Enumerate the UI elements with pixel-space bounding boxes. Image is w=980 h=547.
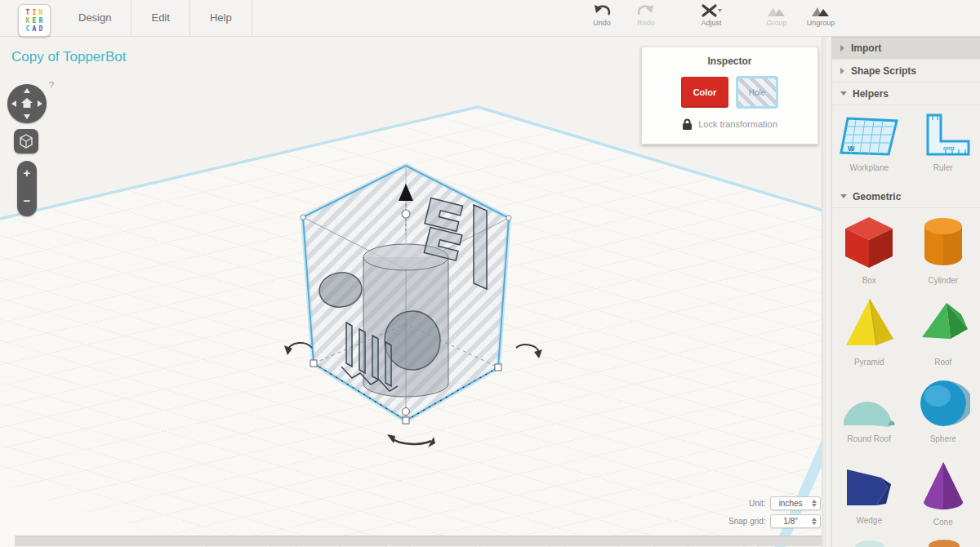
inspector-title: Inspector — [642, 56, 817, 67]
round-roof-shape-icon — [837, 376, 901, 430]
cylinder-shape-icon — [914, 213, 973, 272]
box-shape-icon — [840, 213, 898, 272]
front-circle-hole — [385, 311, 440, 370]
snap-stepper-icon[interactable] — [811, 518, 820, 525]
redo-icon — [636, 3, 656, 18]
undo-icon — [592, 3, 612, 18]
adjust-icon — [700, 3, 723, 18]
tinkercad-editor: Copy of TopperBot ? + − Inspector — [0, 0, 980, 547]
shape-pyramid[interactable]: Pyramid — [832, 290, 906, 371]
logo-letter: A — [31, 25, 38, 33]
shape-cylinder[interactable]: Cylinder — [906, 208, 980, 290]
shape-cone[interactable]: Cone — [906, 453, 980, 535]
sidebar-section-helpers[interactable]: Helpers — [832, 82, 980, 105]
menu-design[interactable]: Design — [59, 0, 131, 36]
hole-swatch[interactable]: Hole — [736, 76, 778, 109]
zoom-out-button[interactable]: − — [17, 193, 37, 207]
chevron-down-icon — [840, 194, 847, 198]
roof-shape-icon — [914, 295, 973, 354]
lock-transformation-toggle[interactable]: Lock transformation — [642, 118, 817, 130]
svg-text:W: W — [848, 145, 855, 153]
default-view-button[interactable] — [14, 129, 38, 153]
unit-label: Unit: — [749, 499, 766, 508]
snap-grid-label: Snap grid: — [728, 517, 766, 526]
logo-letter: C — [24, 25, 31, 33]
shapes-sidebar: A 1 ★ Import Shape Scripts Helpers W Wor… — [831, 0, 980, 547]
sphere-shape-icon — [916, 376, 970, 430]
unit-select[interactable]: inches — [770, 496, 821, 510]
shape-round-roof[interactable]: Round Roof — [832, 371, 906, 453]
grid-settings: Unit: inches Snap grid: 1/8" — [728, 496, 821, 532]
unit-stepper-icon[interactable] — [811, 500, 820, 507]
lock-transformation-label: Lock transformation — [698, 119, 777, 129]
adjust-button[interactable]: Adjust — [688, 3, 735, 27]
workplane-front-edge — [15, 536, 823, 546]
shape-roof[interactable]: Roof — [906, 290, 980, 371]
logo-letter: K — [24, 17, 31, 25]
inspector-panel: Inspector Color Hole › Lock transformati… — [641, 47, 818, 145]
logo-letter: D — [38, 25, 44, 33]
cone-shape-icon — [915, 458, 971, 514]
shape-wedge[interactable]: Wedge — [832, 453, 906, 535]
logo-letter: T — [24, 9, 31, 17]
undo-button[interactable]: Undo — [581, 3, 622, 27]
color-swatch[interactable]: Color — [681, 77, 728, 108]
orbit-left-icon[interactable] — [11, 100, 16, 107]
logo-letter: N — [38, 9, 44, 17]
next-shape-row-partial — [832, 537, 980, 547]
sidebar-section-geometric[interactable]: Geometric — [832, 185, 980, 208]
logo-letter: R — [38, 17, 44, 25]
snap-grid-select[interactable]: 1/8" — [770, 514, 821, 528]
ungroup-button[interactable]: Ungroup — [800, 3, 841, 27]
shape-ruler[interactable]: mm Ruler — [906, 105, 980, 185]
logo-letter: I — [31, 9, 38, 17]
sidebar-section-import[interactable]: Import — [832, 37, 980, 60]
redo-button[interactable]: Redo — [626, 3, 666, 27]
home-view-icon[interactable] — [21, 98, 33, 109]
sidebar-section-shape-scripts[interactable]: Shape Scripts — [832, 60, 980, 82]
orbit-down-icon[interactable] — [24, 114, 30, 119]
menu-edit[interactable]: Edit — [131, 0, 189, 36]
zoom-controls[interactable]: + − — [17, 161, 37, 216]
orbit-right-icon[interactable] — [38, 100, 42, 107]
3d-viewport[interactable]: Copy of TopperBot ? + − Inspector — [0, 37, 826, 547]
orbit-up-icon[interactable] — [24, 88, 30, 93]
cube-view-icon — [19, 134, 33, 149]
lock-icon — [682, 118, 693, 130]
ungroup-icon — [811, 3, 831, 18]
pyramid-shape-icon — [840, 295, 898, 354]
top-menu-bar: T I N K E R C A D Design Edit Help Undo — [0, 0, 980, 37]
shape-sphere[interactable]: Sphere — [906, 371, 980, 453]
workplane-helper-icon: W — [836, 112, 902, 159]
tinkercad-logo[interactable]: T I N K E R C A D — [18, 4, 51, 37]
shape-workplane[interactable]: W Workplane — [832, 105, 906, 185]
canvas-panel-divider — [822, 37, 826, 547]
design-title: Copy of TopperBot — [11, 49, 127, 65]
wedge-shape-icon — [839, 458, 899, 512]
menu-help[interactable]: Help — [190, 0, 252, 36]
group-button[interactable]: Group — [756, 3, 797, 27]
help-question-icon[interactable]: ? — [49, 80, 54, 90]
shape-box[interactable]: Box — [832, 208, 906, 290]
partial-shape-icon — [929, 540, 960, 547]
chevron-down-icon — [840, 91, 847, 96]
chevron-right-icon — [840, 45, 844, 51]
svg-text:mm: mm — [943, 145, 955, 152]
chevron-right-icon — [840, 68, 844, 74]
ruler-helper-icon: mm — [916, 112, 970, 159]
zoom-in-button[interactable]: + — [17, 166, 37, 180]
partial-shape-icon — [855, 540, 884, 547]
logo-letter: E — [31, 17, 38, 25]
view-navigation-pad[interactable] — [7, 84, 47, 123]
group-icon — [767, 3, 786, 18]
